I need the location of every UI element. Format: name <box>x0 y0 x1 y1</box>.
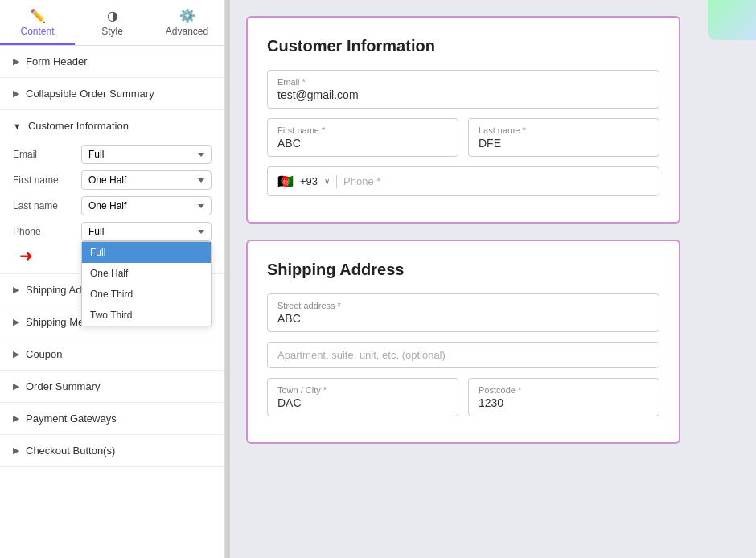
last-name-value: DFE <box>479 137 649 150</box>
email-width-select[interactable]: Full One Half One Third Two Third <box>81 145 212 164</box>
city-label: Town / City * <box>277 385 448 395</box>
city-field[interactable]: Town / City * DAC <box>267 378 458 416</box>
dropdown-option-one-half[interactable]: One Half <box>82 263 211 284</box>
sidebar-item-payment-gateways[interactable]: ▶ Payment Gateways <box>0 403 224 435</box>
sidebar-item-form-header[interactable]: ▶ Form Header <box>0 46 224 78</box>
order-summary-label: Order Summary <box>26 380 100 392</box>
tab-advanced-label: Advanced <box>166 26 208 37</box>
country-flag: 🇦🇫 <box>277 174 294 189</box>
arrow-icon: ▶ <box>13 285 19 295</box>
arrow-icon: ▶ <box>13 445 19 456</box>
phone-width-select[interactable]: Full One Half One Third Two Third <box>81 222 212 241</box>
arrow-icon: ▶ <box>13 413 19 424</box>
first-name-label: First name * <box>277 125 448 135</box>
field-row-last-name: Last name Full One Half One Third Two Th… <box>13 196 212 215</box>
apartment-placeholder: Apartment, suite, unit, etc. (optional) <box>277 349 649 361</box>
arrow-icon: ▶ <box>13 56 19 67</box>
advanced-icon: ⚙️ <box>179 8 195 23</box>
email-input-field[interactable]: Email * test@gmail.com <box>267 70 659 109</box>
checkout-buttons-label: Checkout Button(s) <box>26 445 115 457</box>
dropdown-option-full[interactable]: Full <box>82 242 211 263</box>
street-label: Street address * <box>277 301 649 310</box>
field-row-phone: Phone Full One Half One Third Two Third … <box>13 222 212 241</box>
customer-info-label: Customer Information <box>28 120 129 132</box>
right-panel: Customer Information Email * test@gmail.… <box>230 0 756 558</box>
postcode-label: Postcode * <box>479 385 649 395</box>
sidebar-item-customer-information[interactable]: ▼ Customer Information <box>0 110 224 142</box>
tab-style[interactable]: ◑ Style <box>75 0 150 45</box>
content-icon: ✏️ <box>30 8 46 23</box>
sidebar-item-checkout-buttons[interactable]: ▶ Checkout Button(s) <box>0 435 224 467</box>
last-name-label: Last name * <box>479 125 649 135</box>
first-name-input-field[interactable]: First name * ABC <box>267 118 458 157</box>
form-header-label: Form Header <box>26 55 88 68</box>
payment-gateways-label: Payment Gateways <box>26 412 117 425</box>
postcode-field[interactable]: Postcode * 1230 <box>468 378 659 416</box>
phone-placeholder: Phone * <box>343 175 380 187</box>
email-field-label: Email <box>13 149 81 160</box>
chevron-down-icon[interactable]: ∨ <box>324 177 330 186</box>
tab-style-label: Style <box>101 26 123 37</box>
red-arrow-indicator: ➜ <box>19 246 33 265</box>
style-icon: ◑ <box>107 8 118 23</box>
name-row: First name * ABC Last name * DFE <box>267 118 659 157</box>
sidebar-item-collapsible-order-summary[interactable]: ▶ Collapsible Order Summary <box>0 78 224 110</box>
last-name-field-label: Last name <box>13 200 81 211</box>
left-panel: ✏️ Content ◑ Style ⚙️ Advanced ▶ Form He… <box>0 0 225 558</box>
last-name-input-field[interactable]: Last name * DFE <box>468 118 659 157</box>
tabs-bar: ✏️ Content ◑ Style ⚙️ Advanced <box>0 0 224 46</box>
divider <box>336 175 337 188</box>
phone-dropdown-menu: Full One Half One Third Two Third <box>81 241 212 326</box>
field-row-email: Email Full One Half One Third Two Third <box>13 145 212 164</box>
apartment-field[interactable]: Apartment, suite, unit, etc. (optional) <box>267 342 659 368</box>
phone-input-field[interactable]: 🇦🇫 +93 ∨ Phone * <box>267 166 659 196</box>
street-value: ABC <box>277 312 649 325</box>
postcode-value: 1230 <box>479 396 649 409</box>
shipping-address-card-title: Shipping Address <box>267 261 659 279</box>
customer-info-card-title: Customer Information <box>267 37 659 55</box>
arrow-icon: ▶ <box>13 381 19 392</box>
street-address-field[interactable]: Street address * ABC <box>267 293 659 332</box>
sidebar-item-coupon[interactable]: ▶ Coupon <box>0 338 224 371</box>
city-value: DAC <box>277 396 448 409</box>
last-name-width-select[interactable]: Full One Half One Third Two Third <box>81 196 212 215</box>
phone-field-label: Phone <box>13 226 81 237</box>
customer-info-fields: Email Full One Half One Third Two Third … <box>0 142 224 273</box>
collapsible-label: Collapsible Order Summary <box>26 88 154 100</box>
customer-info-card: Customer Information Email * test@gmail.… <box>246 16 680 224</box>
field-row-first-name: First name Full One Half One Third Two T… <box>13 170 212 190</box>
first-name-width-select[interactable]: Full One Half One Third Two Third <box>81 170 212 190</box>
decorative-image <box>708 0 756 40</box>
arrow-icon: ▶ <box>13 349 19 359</box>
arrow-down-icon: ▼ <box>13 121 22 131</box>
first-name-value: ABC <box>277 137 448 150</box>
shipping-address-card: Shipping Address Street address * ABC Ap… <box>246 240 680 444</box>
city-postcode-row: Town / City * DAC Postcode * 1230 <box>267 378 659 416</box>
country-code: +93 <box>300 175 318 187</box>
dropdown-option-one-third[interactable]: One Third <box>82 284 211 305</box>
arrow-icon: ▶ <box>13 317 19 327</box>
arrow-icon: ▶ <box>13 88 19 99</box>
tab-advanced[interactable]: ⚙️ Advanced <box>150 0 224 45</box>
email-label: Email * <box>277 77 649 87</box>
coupon-label: Coupon <box>26 348 63 360</box>
email-value: test@gmail.com <box>277 88 649 101</box>
first-name-field-label: First name <box>13 174 81 186</box>
tab-content-label: Content <box>20 26 54 37</box>
sidebar-item-order-summary[interactable]: ▶ Order Summary <box>0 371 224 403</box>
dropdown-option-two-third[interactable]: Two Third <box>82 305 211 326</box>
sidebar-section-customer-info: ▼ Customer Information Email Full One Ha… <box>0 110 224 274</box>
tab-content[interactable]: ✏️ Content <box>0 0 75 45</box>
